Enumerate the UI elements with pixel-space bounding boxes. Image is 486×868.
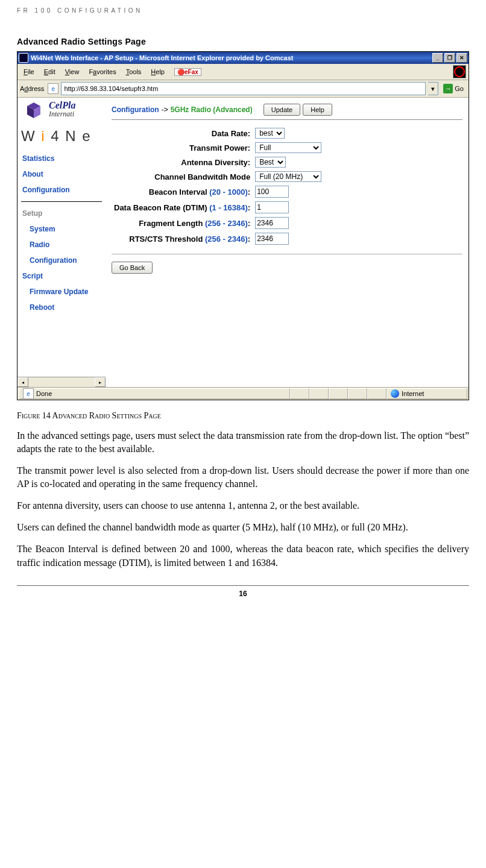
url-input[interactable] xyxy=(61,82,426,95)
paragraph-3: For antenna diversity, users can choose … xyxy=(17,499,469,512)
main-content: Configuration -> 5GHz Radio (Advanced) U… xyxy=(106,98,469,387)
status-page-icon: e xyxy=(23,388,34,399)
beacon-range: (20 - 1000) xyxy=(209,187,248,197)
rts-input[interactable] xyxy=(255,233,289,245)
channel-bw-label: Channel Bandwitdh Mode xyxy=(154,172,250,181)
settings-form: Data Rate: best Transmit Power: Full Ant… xyxy=(112,126,324,247)
nav-configuration[interactable]: Configuration xyxy=(21,182,102,198)
go-arrow-icon: → xyxy=(443,84,453,93)
breadcrumb-current: 5GHz Radio (Advanced) xyxy=(171,105,253,114)
paragraph-2: The transmit power level is also selecte… xyxy=(17,464,469,491)
menubar: File Edit View Favorites Tools Help 🔴eFa… xyxy=(17,64,469,80)
nav-reboot[interactable]: Reboot xyxy=(21,300,102,315)
close-button[interactable]: ✕ xyxy=(456,53,467,63)
data-rate-select[interactable]: best xyxy=(255,128,285,139)
nav-firmware[interactable]: Firmware Update xyxy=(21,284,102,300)
window-title: Wi4Net Web Interface - AP Setup - Micros… xyxy=(31,54,294,61)
menu-edit[interactable]: Edit xyxy=(40,67,59,77)
status-bar: e Done Internet xyxy=(17,387,469,400)
menu-file[interactable]: File xyxy=(20,67,38,77)
channel-bw-select[interactable]: Full (20 MHz) xyxy=(255,171,321,182)
status-zone: Internet xyxy=(402,390,424,397)
efax-button[interactable]: 🔴eFax xyxy=(174,68,201,76)
menu-help[interactable]: Help xyxy=(147,67,168,77)
form-divider xyxy=(112,254,462,254)
go-button[interactable]: → Go xyxy=(441,83,466,94)
rts-label: RTS/CTS Threshold xyxy=(129,234,203,244)
address-label: Address xyxy=(20,85,44,92)
nav-config-script-2[interactable]: Script xyxy=(21,268,102,284)
titlebar: Wi4Net Web Interface - AP Setup - Micros… xyxy=(17,52,469,64)
section-heading: Advanced Radio Settings Page xyxy=(17,37,469,46)
brand-subtitle: Internati xyxy=(49,110,75,119)
sidebar: CelPla Internati W i 4 N e Statistics Ab… xyxy=(17,98,106,387)
address-bar: Address e ▾ → Go xyxy=(17,80,469,98)
menu-favorites[interactable]: Favorites xyxy=(85,67,119,77)
rts-range: (256 - 2346) xyxy=(205,234,248,244)
logo-icon xyxy=(21,101,46,122)
sidebar-divider xyxy=(21,201,102,202)
page-number: 16 xyxy=(17,585,469,598)
paragraph-1: In the advanced settings page, users mus… xyxy=(17,429,469,456)
paragraph-4: Users can defined the channel bandwidth … xyxy=(17,521,469,534)
tx-power-label: Transmit Power: xyxy=(189,143,250,153)
scroll-right-icon[interactable]: ▸ xyxy=(95,377,106,387)
antenna-diversity-select[interactable]: Best xyxy=(255,157,286,168)
browser-window: Wi4Net Web Interface - AP Setup - Micros… xyxy=(17,51,469,400)
figure-caption: Figure 14 Advanced Radio Settings Page xyxy=(17,411,469,421)
page-icon: e xyxy=(48,83,58,94)
app-icon xyxy=(19,53,28,63)
sidebar-scrollbar[interactable]: ◂ ▸ xyxy=(17,377,106,387)
beacon-input[interactable] xyxy=(255,186,289,198)
fragment-label: Fragment Length xyxy=(139,219,203,228)
internet-zone-icon xyxy=(391,389,399,398)
restore-button[interactable]: ❐ xyxy=(444,53,455,63)
menu-tools[interactable]: Tools xyxy=(122,67,145,77)
dtim-input[interactable] xyxy=(255,201,289,213)
antenna-diversity-label: Antenna Diversity: xyxy=(181,158,250,167)
minimize-button[interactable]: _ xyxy=(432,53,443,63)
brand-icon xyxy=(453,65,466,78)
fragment-range: (256 - 2346) xyxy=(205,219,248,228)
menu-view[interactable]: View xyxy=(62,67,83,77)
fragment-input[interactable] xyxy=(255,217,289,229)
paragraph-5: The Beacon Interval is defined between 2… xyxy=(17,542,469,569)
dtim-label: Data Beacon Rate (DTIM) xyxy=(114,203,207,212)
dtim-range: (1 - 16384) xyxy=(209,203,248,212)
nav-system[interactable]: System xyxy=(21,221,102,237)
nav-about[interactable]: About xyxy=(21,166,102,182)
breadcrumb-arrow: -> xyxy=(162,105,168,114)
nav-radio[interactable]: Radio xyxy=(21,237,102,253)
product-name: W i 4 N e xyxy=(21,128,102,145)
go-back-button[interactable]: Go Back xyxy=(112,262,153,274)
breadcrumb-root[interactable]: Configuration xyxy=(112,105,159,114)
nav-statistics[interactable]: Statistics xyxy=(21,151,102,166)
nav-setup: Setup xyxy=(21,206,102,221)
data-rate-label: Data Rate: xyxy=(212,129,250,138)
brand-name: CelPla xyxy=(49,101,75,110)
update-button[interactable]: Update xyxy=(264,104,300,116)
tx-power-select[interactable]: Full xyxy=(255,142,321,153)
help-button[interactable]: Help xyxy=(303,104,332,116)
url-dropdown[interactable]: ▾ xyxy=(428,82,438,95)
go-label: Go xyxy=(455,85,464,92)
scroll-left-icon[interactable]: ◂ xyxy=(17,377,28,387)
breadcrumb: Configuration -> 5GHz Radio (Advanced) U… xyxy=(112,100,462,120)
status-done: Done xyxy=(36,390,52,397)
nav-config-script-1[interactable]: Configuration xyxy=(21,253,102,268)
beacon-label: Beacon Interval xyxy=(149,187,207,197)
document-header: FR 100 CONFIGURATION xyxy=(17,7,469,14)
